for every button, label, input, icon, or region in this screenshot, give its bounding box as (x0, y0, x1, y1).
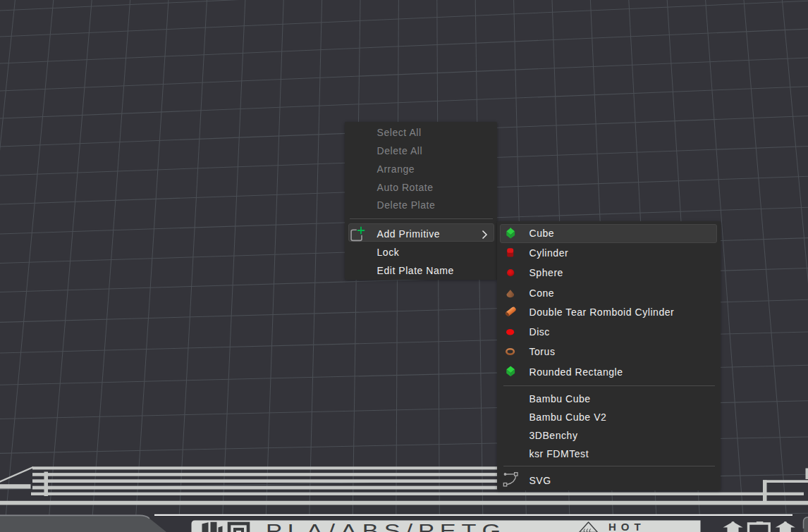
svg-text:PLA/ABS/PETG: PLA/ABS/PETG (266, 520, 506, 532)
svg-text:HOT: HOT (608, 521, 646, 532)
